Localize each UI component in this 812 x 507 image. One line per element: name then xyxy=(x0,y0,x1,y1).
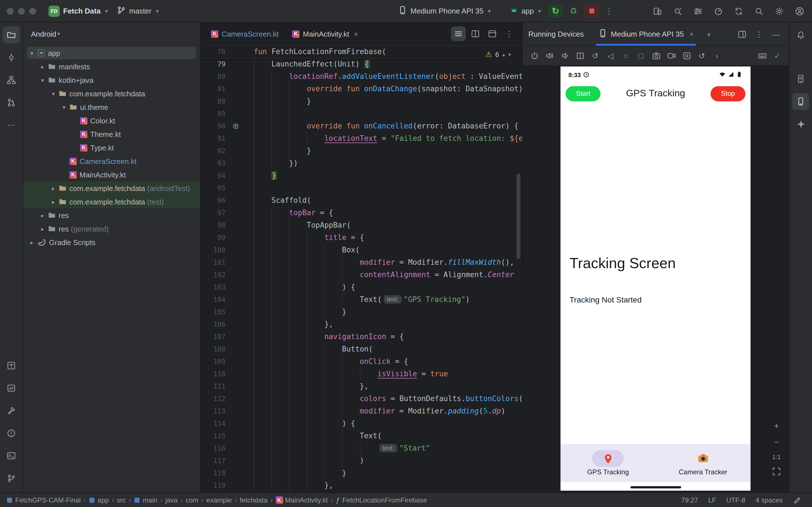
tree-item-com-example-fetchdata-androidtest[interactable]: ▸com.example.fetchdata (androidTest) xyxy=(23,181,200,195)
line-separator[interactable]: LF xyxy=(704,496,721,504)
breadcrumb-fetchdata[interactable]: fetchdata xyxy=(240,496,267,504)
line-number[interactable]: 105 xyxy=(201,306,225,318)
hardware-input-button[interactable] xyxy=(755,49,769,62)
line-number[interactable]: 96 xyxy=(201,194,225,207)
home-button[interactable]: ○ xyxy=(619,49,633,62)
breadcrumb-com[interactable]: com xyxy=(186,496,198,504)
zoom-in-button[interactable]: + xyxy=(774,421,779,431)
fit-to-screen-button[interactable] xyxy=(772,467,781,478)
line-number[interactable]: 104 xyxy=(201,293,225,306)
line-number[interactable]: 95 xyxy=(201,182,225,194)
panel-options-button[interactable]: ⋮ xyxy=(752,27,766,41)
line-number[interactable]: 79 xyxy=(201,58,225,70)
zoom-reset-button[interactable]: 1:1 xyxy=(772,453,781,460)
split-view-button[interactable] xyxy=(468,26,483,41)
tree-item-mainactivity-kt[interactable]: KMainActivity.kt xyxy=(23,168,200,181)
close-tab-icon[interactable]: × xyxy=(354,30,358,38)
screenshot-button[interactable] xyxy=(649,49,663,62)
line-number[interactable]: 116 xyxy=(201,442,225,455)
sdk-manager-button[interactable] xyxy=(690,3,706,19)
tree-item-res[interactable]: ▸res xyxy=(23,209,200,222)
overview-button[interactable]: □ xyxy=(634,49,648,62)
stop-run-button[interactable] xyxy=(583,4,599,18)
restart-button[interactable]: ↺ xyxy=(695,49,709,62)
chevron-right-icon[interactable]: ▸ xyxy=(38,226,47,232)
code-view-button[interactable] xyxy=(451,26,466,41)
file-encoding[interactable]: UTF-8 xyxy=(722,496,750,504)
power-button[interactable] xyxy=(527,49,541,62)
code-editor[interactable]: 78fun FetchLocationFromFirebase(79Launch… xyxy=(201,46,522,492)
notifications-button[interactable] xyxy=(792,26,809,43)
line-number[interactable]: 107 xyxy=(201,331,225,343)
gesture-bar[interactable] xyxy=(630,486,681,489)
line-number[interactable]: 97 xyxy=(201,207,225,219)
editor-tab-camerascreen-kt[interactable]: KCameraScreen.kt xyxy=(204,22,285,45)
tree-item-res-generated[interactable]: ▸res (generated) xyxy=(23,222,200,235)
design-view-button[interactable] xyxy=(485,26,500,41)
tree-item-theme-kt[interactable]: KTheme.kt xyxy=(23,127,200,141)
tree-item-manifests[interactable]: ▸manifests xyxy=(23,60,200,73)
volume-up-button[interactable] xyxy=(543,49,557,62)
emulator-screen[interactable]: 8:33 Start GPS Tracking Stop Tracking xyxy=(560,66,751,491)
tree-item-camerascreen-kt[interactable]: KCameraScreen.kt xyxy=(23,154,200,168)
fold-button[interactable] xyxy=(573,49,587,62)
tree-item-ui-theme[interactable]: ▾ui.theme xyxy=(23,100,200,114)
device-selector[interactable]: Medium Phone API 35 ▾ xyxy=(394,3,495,19)
rerun-button[interactable]: ↻ xyxy=(548,4,563,18)
terminal-button[interactable] xyxy=(3,447,20,464)
line-number[interactable]: 89 xyxy=(201,108,225,120)
chevron-right-icon[interactable]: ▸ xyxy=(38,63,47,69)
profiler-button[interactable] xyxy=(711,3,726,19)
start-button[interactable]: Start xyxy=(566,86,601,101)
user-avatar-button[interactable] xyxy=(792,3,808,19)
indent-setting[interactable]: 4 spaces xyxy=(751,496,787,504)
tree-item-color-kt[interactable]: KColor.kt xyxy=(23,114,200,127)
more-horiz-button[interactable]: ⋯ xyxy=(3,117,20,133)
line-number[interactable]: 115 xyxy=(201,430,225,442)
debug-button[interactable] xyxy=(566,4,581,18)
breadcrumb-mainactivity-kt[interactable]: KMainActivity.kt xyxy=(275,496,328,504)
line-number[interactable]: 114 xyxy=(201,417,225,430)
line-number[interactable]: 90 xyxy=(201,120,225,132)
line-number[interactable]: 91 xyxy=(201,132,225,145)
device-manager-button[interactable] xyxy=(650,3,665,19)
chevron-down-icon[interactable]: ▾ xyxy=(49,91,57,97)
problems-button[interactable] xyxy=(3,425,20,442)
caret-position[interactable]: 79:27 xyxy=(677,496,703,504)
chevron-right-icon[interactable]: ▸ xyxy=(49,185,57,191)
add-device-tab-button[interactable]: + xyxy=(702,27,716,41)
ai-search-button[interactable] xyxy=(670,3,686,19)
chevron-right-icon[interactable]: ▸ xyxy=(49,199,57,205)
line-number[interactable]: 110 xyxy=(201,368,225,380)
tree-item-com-example-fetchdata-test[interactable]: ▸com.example.fetchdata (test) xyxy=(23,195,200,209)
editor-tab-mainactivity-kt[interactable]: KMainActivity.kt× xyxy=(285,22,364,45)
zoom-out-button[interactable]: − xyxy=(774,437,779,447)
running-devices-button[interactable] xyxy=(792,93,809,110)
commit-button[interactable] xyxy=(3,49,20,66)
editor-scrollbar[interactable] xyxy=(516,173,520,259)
line-number[interactable]: 106 xyxy=(201,318,225,331)
line-number[interactable]: 99 xyxy=(201,231,225,244)
nav-item-camera-tracker[interactable]: Camera Tracker xyxy=(656,444,751,482)
tree-item-com-example-fetchdata[interactable]: ▾com.example.fetchdata xyxy=(23,87,200,100)
screen-record-button[interactable] xyxy=(664,49,678,62)
line-number[interactable]: 103 xyxy=(201,281,225,293)
breadcrumb-src[interactable]: src xyxy=(117,496,126,504)
hide-panel-button[interactable]: — xyxy=(769,27,783,41)
line-number[interactable]: 108 xyxy=(201,343,225,355)
edit-mode-button[interactable] xyxy=(788,496,806,504)
line-number[interactable]: 117 xyxy=(201,455,225,467)
more-vert-button[interactable]: ⋮ xyxy=(502,26,516,41)
breadcrumb-app[interactable]: app xyxy=(89,496,109,504)
device-explorer-button[interactable] xyxy=(792,70,809,87)
build-button[interactable] xyxy=(3,402,20,419)
line-number[interactable]: 118 xyxy=(201,467,225,480)
chevron-right-icon[interactable]: ▸ xyxy=(38,212,47,218)
breadcrumb-java[interactable]: java xyxy=(165,496,177,504)
version-control-button[interactable] xyxy=(3,470,20,487)
pull-requests-button[interactable] xyxy=(3,94,20,111)
line-number[interactable]: 113 xyxy=(201,405,225,417)
line-number[interactable]: 98 xyxy=(201,219,225,231)
snapshot-button[interactable] xyxy=(679,49,694,62)
chevron-down-icon[interactable]: ▾ xyxy=(28,50,36,56)
